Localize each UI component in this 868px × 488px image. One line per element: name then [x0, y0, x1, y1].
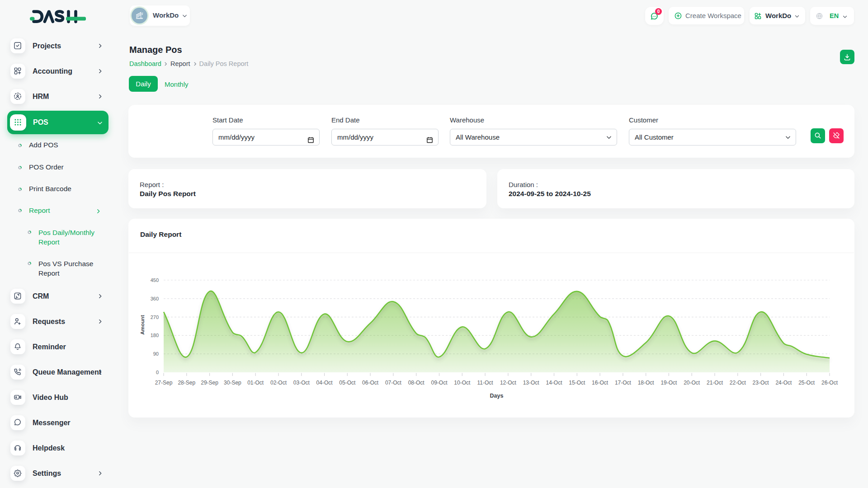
svg-text:18-Oct: 18-Oct	[638, 380, 655, 386]
svg-text:03-Oct: 03-Oct	[293, 380, 310, 386]
svg-text:180: 180	[151, 333, 159, 338]
svg-text:15-Oct: 15-Oct	[569, 380, 585, 386]
svg-text:10-Oct: 10-Oct	[454, 380, 471, 386]
svg-text:06-Oct: 06-Oct	[362, 380, 379, 386]
svg-text:28-Sep: 28-Sep	[178, 380, 195, 386]
svg-text:Amount: Amount	[140, 315, 145, 335]
svg-text:450: 450	[151, 277, 159, 283]
svg-text:08-Oct: 08-Oct	[408, 380, 425, 386]
svg-text:16-Oct: 16-Oct	[592, 380, 609, 386]
svg-text:24-Oct: 24-Oct	[775, 380, 792, 386]
svg-text:0: 0	[156, 370, 159, 375]
svg-text:360: 360	[151, 296, 159, 301]
svg-text:90: 90	[153, 351, 159, 357]
svg-text:27-Sep: 27-Sep	[155, 380, 173, 386]
svg-text:13-Oct: 13-Oct	[523, 380, 540, 386]
svg-text:11-Oct: 11-Oct	[477, 380, 494, 386]
svg-text:19-Oct: 19-Oct	[660, 380, 677, 386]
svg-text:21-Oct: 21-Oct	[707, 380, 723, 386]
svg-text:09-Oct: 09-Oct	[431, 380, 448, 386]
svg-text:Days: Days	[490, 393, 504, 399]
svg-text:05-Oct: 05-Oct	[339, 380, 356, 386]
svg-text:01-Oct: 01-Oct	[247, 380, 264, 386]
svg-text:30-Sep: 30-Sep	[224, 380, 241, 386]
svg-text:270: 270	[151, 314, 159, 320]
svg-text:22-Oct: 22-Oct	[730, 380, 746, 386]
svg-text:20-Oct: 20-Oct	[684, 380, 700, 386]
svg-text:29-Sep: 29-Sep	[201, 380, 218, 386]
svg-text:26-Oct: 26-Oct	[821, 380, 838, 386]
svg-text:07-Oct: 07-Oct	[385, 380, 402, 386]
svg-text:25-Oct: 25-Oct	[798, 380, 815, 386]
svg-text:02-Oct: 02-Oct	[270, 380, 287, 386]
svg-text:23-Oct: 23-Oct	[753, 380, 769, 386]
svg-text:04-Oct: 04-Oct	[316, 380, 333, 386]
svg-text:12-Oct: 12-Oct	[500, 380, 517, 386]
svg-text:14-Oct: 14-Oct	[546, 380, 562, 386]
svg-text:17-Oct: 17-Oct	[615, 380, 632, 386]
